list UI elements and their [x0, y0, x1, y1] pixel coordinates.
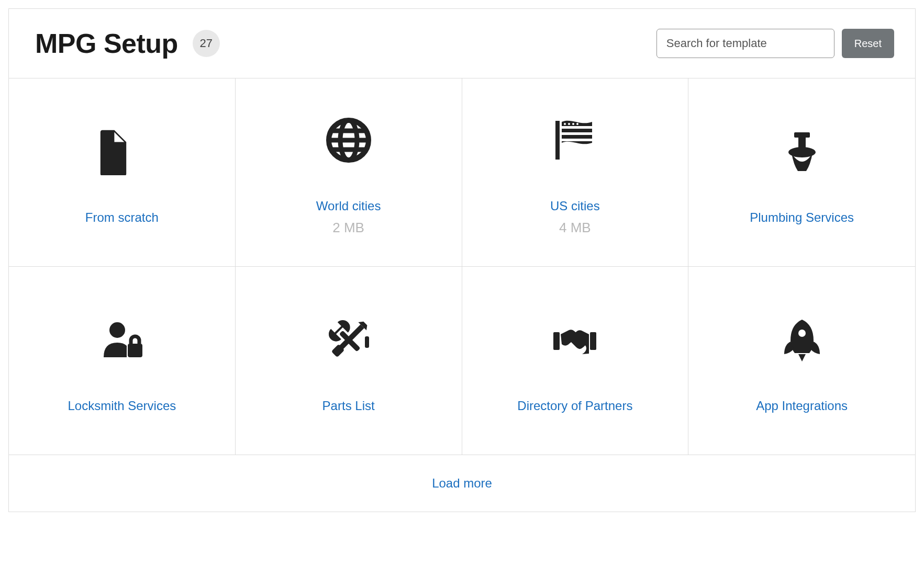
panel-header: MPG Setup 27 Reset: [9, 9, 915, 78]
template-card-plumbing[interactable]: Plumbing Services: [688, 78, 915, 267]
setup-panel: MPG Setup 27 Reset From scratch World ci…: [8, 8, 916, 512]
card-title: US cities: [550, 199, 600, 213]
template-card-integrations[interactable]: App Integrations: [688, 267, 915, 455]
handshake-icon: [551, 309, 598, 371]
flag-icon: [551, 109, 598, 172]
globe-icon: [325, 109, 372, 172]
template-card-world-cities[interactable]: World cities 2 MB: [236, 78, 462, 267]
template-card-us-cities[interactable]: US cities 4 MB: [462, 78, 689, 267]
card-title: World cities: [316, 199, 381, 213]
template-card-locksmith[interactable]: Locksmith Services: [9, 267, 236, 455]
load-more-row: Load more: [9, 455, 915, 512]
card-title: Plumbing Services: [750, 210, 854, 225]
card-sub: 2 MB: [332, 220, 364, 236]
search-input[interactable]: [656, 29, 834, 58]
card-title: Parts List: [322, 399, 375, 413]
template-card-partners[interactable]: Directory of Partners: [462, 267, 689, 455]
header-left: MPG Setup 27: [35, 28, 220, 59]
page-title: MPG Setup: [35, 28, 178, 59]
card-title: From scratch: [85, 210, 159, 225]
card-title: App Integrations: [756, 399, 848, 413]
reset-button[interactable]: Reset: [842, 29, 894, 58]
template-card-from-scratch[interactable]: From scratch: [9, 78, 236, 267]
template-card-parts-list[interactable]: Parts List: [236, 267, 462, 455]
rocket-icon: [778, 309, 826, 371]
count-badge: 27: [193, 30, 220, 57]
file-icon: [98, 120, 146, 183]
card-sub: 4 MB: [559, 220, 591, 236]
card-title: Locksmith Services: [68, 399, 176, 413]
toilet-icon: [778, 120, 826, 183]
header-right: Reset: [656, 29, 894, 58]
tools-icon: [325, 309, 372, 371]
card-title: Directory of Partners: [517, 399, 632, 413]
load-more-link[interactable]: Load more: [432, 476, 492, 491]
template-grid: From scratch World cities 2 MB US cities…: [9, 78, 915, 455]
user-lock-icon: [98, 309, 146, 371]
